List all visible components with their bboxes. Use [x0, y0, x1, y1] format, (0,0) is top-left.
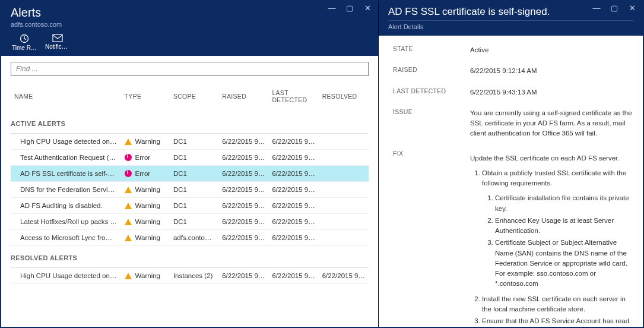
- label-state: STATE: [393, 45, 470, 55]
- alerts-table: NAME TYPE SCOPE RAISED LAST DETECTED RES…: [11, 86, 369, 284]
- col-scope[interactable]: SCOPE: [170, 86, 218, 112]
- label-last: LAST DETECTED: [393, 87, 470, 97]
- cell-name: Access to Microsoft Lync from the extra.…: [11, 230, 121, 246]
- col-last[interactable]: LAST DETECTED: [268, 86, 318, 112]
- cell-type: Warning: [121, 214, 170, 230]
- col-raised[interactable]: RAISED: [218, 86, 268, 112]
- alert-detail-scroll[interactable]: STATEActive RAISED6/22/2015 9:12:14 AM L…: [379, 36, 643, 327]
- right-titlebar: — ▢ ✕ AD FS SSL certificate is self-sign…: [379, 1, 643, 36]
- table-row[interactable]: High CPU Usage detected on the Feder...W…: [11, 134, 369, 150]
- cell-last: 6/22/2015 9:43:13: [268, 150, 318, 166]
- warning-icon: [125, 187, 132, 193]
- cell-scope: Instances (2): [170, 268, 218, 284]
- col-type[interactable]: TYPE: [121, 86, 170, 112]
- time-range-button[interactable]: Time Range ...: [12, 34, 37, 51]
- cell-resolved: [319, 134, 369, 150]
- alerts-table-scroll[interactable]: NAME TYPE SCOPE RAISED LAST DETECTED RES…: [1, 80, 378, 327]
- close-button[interactable]: ✕: [624, 2, 640, 13]
- cell-raised: 6/22/2015 9:13:27: [218, 268, 268, 284]
- cell-name: High CPU Usage detected on the Feder...: [11, 268, 121, 284]
- cell-scope: DC1: [170, 198, 218, 214]
- minimize-button[interactable]: —: [323, 2, 340, 13]
- value-raised: 6/22/2015 9:12:14 AM: [470, 66, 636, 76]
- cell-type: Warning: [121, 198, 170, 214]
- cell-last: 6/22/2015 9:43:13: [268, 198, 318, 214]
- cell-scope: DC1: [170, 182, 218, 198]
- cell-resolved: 6/22/2015 9:53:58: [319, 268, 369, 284]
- cell-last: 6/22/2015 9:43:13: [268, 230, 318, 246]
- cell-resolved: [319, 182, 369, 198]
- label-issue: ISSUE: [393, 108, 470, 139]
- col-name[interactable]: NAME: [11, 86, 121, 112]
- cell-scope: DC1: [170, 134, 218, 150]
- error-icon: [125, 154, 132, 161]
- col-resolved[interactable]: RESOLVED: [319, 86, 369, 112]
- page-title: Alerts: [1, 1, 378, 20]
- cell-type: Warning: [121, 134, 170, 150]
- detail-subtitle: Alert Details: [388, 20, 633, 30]
- table-row[interactable]: DNS for the Federation Service may be...…: [11, 182, 369, 198]
- maximize-button[interactable]: ▢: [606, 2, 623, 13]
- cell-raised: 6/22/2015 9:12:14: [218, 150, 268, 166]
- table-row[interactable]: AD FS SSL certificate is self-signed.Err…: [11, 166, 369, 182]
- warning-icon: [125, 203, 132, 209]
- cell-raised: 6/22/2015 9:12:14: [218, 182, 268, 198]
- cell-last: 6/22/2015 9:59:03: [268, 134, 318, 150]
- search-input[interactable]: [11, 62, 369, 76]
- left-titlebar: — ▢ ✕ Alerts adfs.contoso.com Time Range…: [1, 1, 378, 56]
- alert-details-pane: — ▢ ✕ AD FS SSL certificate is self-sign…: [379, 1, 643, 327]
- cell-name: Latest Hotfixes/Roll up packs are not in…: [11, 214, 121, 230]
- cell-scope: DC1: [170, 150, 218, 166]
- minimize-button[interactable]: —: [588, 2, 605, 13]
- value-issue: You are currently using a self-signed ce…: [470, 108, 636, 139]
- cell-raised: 6/22/2015 9:12:14: [218, 230, 268, 246]
- warning-icon: [125, 219, 132, 225]
- clock-icon: [20, 34, 29, 43]
- value-state: Active: [470, 45, 636, 55]
- table-row[interactable]: Access to Microsoft Lync from the extra.…: [11, 230, 369, 246]
- cell-type: Error: [121, 166, 170, 182]
- svg-rect-1: [53, 34, 62, 42]
- cell-name: Test Authentication Request (Synthetic..…: [11, 150, 121, 166]
- cell-last: 6/22/2015 9:43:13: [268, 182, 318, 198]
- cell-raised: 6/22/2015 9:12:14: [218, 166, 268, 182]
- error-icon: [125, 170, 132, 177]
- cell-resolved: [319, 150, 369, 166]
- cell-type: Warning: [121, 230, 170, 246]
- cell-type: Error: [121, 150, 170, 166]
- table-row[interactable]: High CPU Usage detected on the Feder...W…: [11, 268, 369, 284]
- mail-icon: [52, 34, 63, 42]
- breadcrumb: adfs.contoso.com: [1, 20, 378, 31]
- cell-last: 6/22/2015 9:52:58: [268, 268, 318, 284]
- cell-type: Warning: [121, 268, 170, 284]
- table-row[interactable]: Latest Hotfixes/Roll up packs are not in…: [11, 214, 369, 230]
- label-fix: FIX: [393, 150, 470, 327]
- cell-raised: 6/22/2015 9:12:14: [218, 214, 268, 230]
- cell-raised: 6/22/2015 9:55:59: [218, 134, 268, 150]
- maximize-button[interactable]: ▢: [341, 2, 358, 13]
- value-fix: Update the SSL certificate on each AD FS…: [470, 150, 636, 327]
- cell-name: AD FS SSL certificate is self-signed.: [11, 166, 121, 182]
- table-row[interactable]: Test Authentication Request (Synthetic..…: [11, 150, 369, 166]
- table-row[interactable]: AD FS Auditing is disabled.WarningDC16/2…: [11, 198, 369, 214]
- alerts-pane: — ▢ ✕ Alerts adfs.contoso.com Time Range…: [1, 1, 379, 327]
- group-header: RESOLVED ALERTS: [11, 246, 369, 268]
- warning-icon: [125, 273, 132, 279]
- warning-icon: [125, 235, 132, 241]
- value-last: 6/22/2015 9:43:13 AM: [470, 87, 636, 97]
- cell-name: High CPU Usage detected on the Feder...: [11, 134, 121, 150]
- notification-settings-button[interactable]: Notificati Settings...: [45, 34, 70, 51]
- time-range-label: Time Range ...: [12, 45, 37, 51]
- close-button[interactable]: ✕: [359, 2, 376, 13]
- cell-resolved: [319, 230, 369, 246]
- cell-last: 6/22/2015 9:12:13: [268, 214, 318, 230]
- cell-name: AD FS Auditing is disabled.: [11, 198, 121, 214]
- cell-resolved: [319, 198, 369, 214]
- cell-scope: DC1: [170, 214, 218, 230]
- notification-settings-label: Notificati Settings...: [45, 43, 70, 50]
- cell-resolved: [319, 166, 369, 182]
- cell-name: DNS for the Federation Service may be...: [11, 182, 121, 198]
- group-header: ACTIVE ALERTS: [11, 112, 369, 134]
- cell-raised: 6/22/2015 9:12:14: [218, 198, 268, 214]
- cell-last: 6/22/2015 9:43:13: [268, 166, 318, 182]
